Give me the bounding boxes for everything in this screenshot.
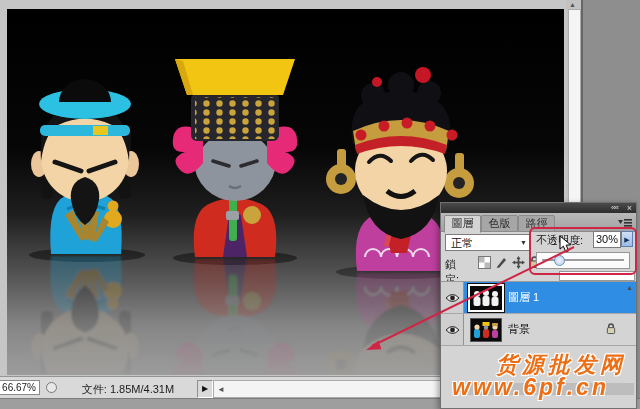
opacity-popup-button[interactable]: ▶ xyxy=(621,231,633,247)
layer-thumbnail[interactable] xyxy=(468,284,504,312)
layer-name[interactable]: 圖層 1 xyxy=(508,290,539,305)
status-circle-icon xyxy=(46,382,57,393)
layer-name[interactable]: 背景 xyxy=(508,322,530,337)
layer-row-background[interactable]: 背景 xyxy=(441,314,636,346)
layer-list-scroll-up-icon[interactable]: ▲ xyxy=(626,284,633,291)
scroll-left-icon[interactable]: ◄ xyxy=(217,385,225,394)
tab-layers[interactable]: 圖層 xyxy=(444,215,481,233)
eye-icon xyxy=(445,325,460,335)
lock-transparency-icon[interactable] xyxy=(478,256,491,269)
panel-close-icon[interactable]: × xyxy=(627,203,632,213)
blend-mode-select[interactable]: 正常 ▼ xyxy=(445,234,531,251)
zoom-level-field[interactable]: 66.67% xyxy=(0,380,40,395)
background-lock-icon xyxy=(606,323,616,335)
watermark-line2: www.6pf.cn xyxy=(452,374,609,401)
blend-mode-value: 正常 xyxy=(451,237,473,249)
tab-channels[interactable]: 色版 xyxy=(481,215,518,232)
file-size-info: 文件: 1.85M/4.31M xyxy=(60,382,196,397)
panel-title-bar[interactable]: «« × xyxy=(441,203,636,213)
visibility-toggle[interactable] xyxy=(441,314,464,345)
panel-collapse-icon[interactable]: «« xyxy=(611,203,618,213)
layer-thumbnail[interactable] xyxy=(470,318,502,342)
eye-icon xyxy=(445,293,460,303)
opacity-value-field[interactable]: 30% xyxy=(593,231,621,248)
layer-row-layer1[interactable]: 圖層 1 xyxy=(441,282,636,314)
opacity-slider-popup[interactable] xyxy=(536,252,630,269)
visibility-toggle[interactable] xyxy=(441,282,464,313)
opacity-highlight-annotation: 不透明度: 30% ▶ xyxy=(529,227,637,275)
layer-list: 圖層 1 背景 xyxy=(441,281,636,346)
photoshop-workspace: ▲ 66.67% 文件: 1.85M/4.31M ▶ ◄ «« × 圖層 色版 … xyxy=(0,0,640,409)
scroll-up-icon[interactable]: ▲ xyxy=(569,0,576,9)
lock-position-icon[interactable] xyxy=(512,256,525,269)
mouse-cursor-icon xyxy=(559,235,572,253)
panel-menu-icon[interactable] xyxy=(618,218,632,227)
chevron-down-icon: ▼ xyxy=(520,239,527,247)
status-menu-button[interactable]: ▶ xyxy=(197,380,213,398)
slider-knob[interactable] xyxy=(554,255,565,266)
lock-pixels-icon[interactable] xyxy=(495,256,508,269)
